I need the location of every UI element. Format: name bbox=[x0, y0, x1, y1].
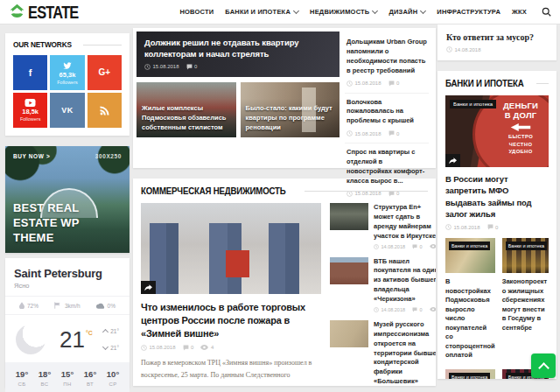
post-meta: 15.08.2018 0 bbox=[445, 224, 549, 230]
article-title[interactable]: Спрос на квартиры с отделкой в новострой… bbox=[346, 148, 427, 186]
google-plus-tile[interactable]: G+ bbox=[88, 55, 122, 90]
article-title[interactable]: Музей русского импрессионизма откроется … bbox=[374, 320, 436, 386]
nav-item-dizain[interactable]: ДИЗАЙН bbox=[388, 8, 425, 16]
list-item[interactable]: Волочкова пожаловалась на проблемы с кры… bbox=[345, 94, 429, 144]
rss-tile[interactable] bbox=[88, 93, 122, 128]
article-card[interactable]: Банки и ипотека Названы крупнейшие ипоте… bbox=[445, 369, 495, 379]
chevron-up-icon bbox=[538, 362, 550, 374]
article-thumbnail[interactable] bbox=[330, 320, 368, 347]
category-tag[interactable]: Банки и ипотека bbox=[449, 373, 490, 379]
humidity-stat: 72% bbox=[19, 302, 38, 309]
forecast-temp: 16° bbox=[84, 369, 96, 379]
article-title[interactable]: Было-стало: какими будут квартиры по про… bbox=[246, 104, 335, 133]
house-hand-logo-icon bbox=[9, 4, 25, 20]
nav-item-zhkh[interactable]: ЖКХ bbox=[512, 8, 527, 16]
category-tag[interactable]: Банки и ипотека bbox=[506, 242, 547, 250]
article-title[interactable]: Дольщикам Urban Group напомнили о необхо… bbox=[346, 38, 427, 76]
forecast-label: ВС bbox=[38, 382, 51, 387]
forecast-temp: 10° bbox=[107, 369, 119, 379]
forecast-strip: 19°СБ 18°ВС 15°ПН 16°ВТ 10°СР bbox=[5, 362, 130, 392]
article-title[interactable]: В России могут запретить МФО выдавать за… bbox=[445, 173, 549, 220]
youtube-tile[interactable]: 18,5k Followers bbox=[13, 93, 47, 128]
share-arrow-icon bbox=[144, 284, 152, 291]
current-temperature: 21 °C bbox=[60, 328, 93, 351]
commercial-list: Структура En+ может сдать в аренду майне… bbox=[330, 203, 436, 386]
article-thumbnail[interactable]: Банки и ипотека bbox=[445, 369, 495, 379]
article-card[interactable]: Банки и ипотека В новостройках Подмосков… bbox=[445, 238, 495, 360]
post-meta: 14.08.2018 0 4 bbox=[374, 307, 436, 312]
nav-item-novosti[interactable]: НОВОСТИ bbox=[179, 8, 214, 16]
cloudiness-value: 0% bbox=[108, 303, 116, 309]
post-meta: 14.08.2018 0 4 bbox=[374, 244, 436, 249]
comment-icon bbox=[186, 64, 192, 70]
category-tag[interactable]: Банки и ипотека bbox=[450, 100, 496, 108]
share-button[interactable] bbox=[141, 281, 156, 294]
views-eye-icon bbox=[430, 307, 436, 312]
comment-icon bbox=[388, 80, 395, 87]
featured-image-money-loan-sign[interactable]: Банки и ипотека ДЕНЬГИ В ДОЛГ БЫСТРО ЧЕС… bbox=[445, 95, 549, 167]
teaser-article[interactable]: Кто ответит за мусор? 14.08.2018 bbox=[438, 24, 556, 60]
article-title[interactable]: Волочкова пожаловалась на проблемы с кры… bbox=[346, 98, 427, 127]
arrow-down-icon bbox=[102, 344, 108, 350]
list-item[interactable]: ВТБ нашел покупателя на один из активов … bbox=[330, 257, 436, 312]
weather-widget: Saint Petersburg Ясно 72% 3km/h 0% bbox=[5, 258, 130, 388]
humidity-value: 72% bbox=[27, 303, 38, 309]
nav-label: НЕДВИЖИМОСТЬ bbox=[310, 8, 369, 16]
article-thumbnail[interactable]: Банки и ипотека bbox=[502, 238, 549, 273]
comment-icon bbox=[183, 345, 189, 351]
featured-image-mannequins[interactable] bbox=[141, 203, 321, 294]
article-title[interactable]: Законопроект о жилищных сбережениях могу… bbox=[502, 277, 549, 332]
article-title[interactable]: Жилые комплексы Подмосковья обзавелись с… bbox=[142, 104, 231, 133]
article-title[interactable]: Что изменилось в работе торговых центров… bbox=[141, 301, 321, 340]
nav-item-nedvizhimost[interactable]: НЕДВИЖИМОСТЬ bbox=[310, 8, 377, 16]
wind-value: 3km/h bbox=[65, 303, 80, 309]
facebook-tile[interactable]: f bbox=[13, 55, 47, 90]
red-box-detail bbox=[226, 250, 249, 277]
article-title[interactable]: Кто ответит за мусор? bbox=[446, 32, 548, 42]
featured-article[interactable]: Должник решил не отдавать квартиру колле… bbox=[136, 32, 340, 77]
article-title[interactable]: В новостройках Подмосковья выросло число… bbox=[445, 277, 495, 360]
temperature-unit: °C bbox=[86, 330, 93, 336]
article-card[interactable]: Жилые комплексы Подмосковья обзавелись с… bbox=[136, 82, 236, 137]
article-thumbnail[interactable] bbox=[330, 203, 368, 230]
list-item[interactable]: Музей русского импрессионизма откроется … bbox=[330, 320, 436, 386]
article-title[interactable]: ВТБ нашел покупателя на один из активов … bbox=[374, 257, 436, 304]
high-low: 21° 21° bbox=[103, 328, 119, 351]
views-eye-icon bbox=[200, 345, 208, 350]
list-item[interactable]: Спрос на квартиры с отделкой в новострой… bbox=[345, 144, 429, 203]
nav-item-infrastruktura[interactable]: ИНФРАСТРУКТУРА bbox=[437, 8, 500, 16]
divider bbox=[83, 45, 122, 46]
share-button[interactable] bbox=[445, 154, 460, 167]
site-logo[interactable]: ESTATE bbox=[9, 2, 93, 23]
twitter-tile[interactable]: 65,3k Followers bbox=[50, 55, 84, 90]
weather-city: Saint Petersburg bbox=[14, 267, 121, 280]
social-tiles: f 65,3k Followers G+ 18,5k Followers VK bbox=[13, 55, 122, 128]
vk-tile[interactable]: VK bbox=[50, 93, 84, 128]
buy-now-link[interactable]: BUY NOW > bbox=[13, 153, 50, 159]
article-title[interactable]: Должник решил не отдавать квартиру колле… bbox=[144, 38, 332, 60]
article-card[interactable]: Банки и ипотека Законопроект о жилищных … bbox=[502, 238, 549, 360]
forecast-temp: 19° bbox=[16, 369, 28, 379]
clock-icon bbox=[374, 307, 379, 312]
comment-count: 0 bbox=[396, 80, 399, 86]
article-thumbnail[interactable]: Банки и ипотека bbox=[445, 238, 495, 273]
nav-label: ИНФРАСТРУКТУРА bbox=[437, 8, 500, 16]
clock-icon bbox=[346, 130, 353, 136]
list-item[interactable]: Дольщикам Urban Group напомнили о необхо… bbox=[345, 33, 429, 94]
search-icon[interactable] bbox=[542, 7, 551, 17]
article-card[interactable]: Было-стало: какими будут квартиры по про… bbox=[241, 82, 340, 137]
post-date: 14.08.2018 bbox=[382, 307, 406, 312]
forecast-label: ПН bbox=[61, 382, 74, 387]
nav-item-banki-i-ipoteka[interactable]: БАНКИ И ИПОТЕКА bbox=[225, 8, 298, 16]
list-item[interactable]: Структура En+ может сдать в аренду майне… bbox=[330, 203, 436, 249]
photo-cards-row: Жилые комплексы Подмосковья обзавелись с… bbox=[136, 82, 340, 137]
ad-title: BEST REAL ESTATE WP THEME bbox=[13, 201, 105, 246]
scroll-to-top-button[interactable] bbox=[531, 354, 556, 378]
post-meta: 15.08.2018 0 bbox=[346, 80, 427, 87]
wind-stat: 3km/h bbox=[54, 302, 80, 309]
ad-banner[interactable]: BUY NOW > 300X250 BEST REAL ESTATE WP TH… bbox=[5, 146, 130, 253]
article-thumbnail[interactable] bbox=[330, 257, 368, 284]
nav-label: БАНКИ И ИПОТЕКА bbox=[225, 8, 290, 16]
category-tag[interactable]: Банки и ипотека bbox=[449, 242, 490, 250]
article-title[interactable]: Структура En+ может сдать в аренду майне… bbox=[374, 203, 436, 242]
